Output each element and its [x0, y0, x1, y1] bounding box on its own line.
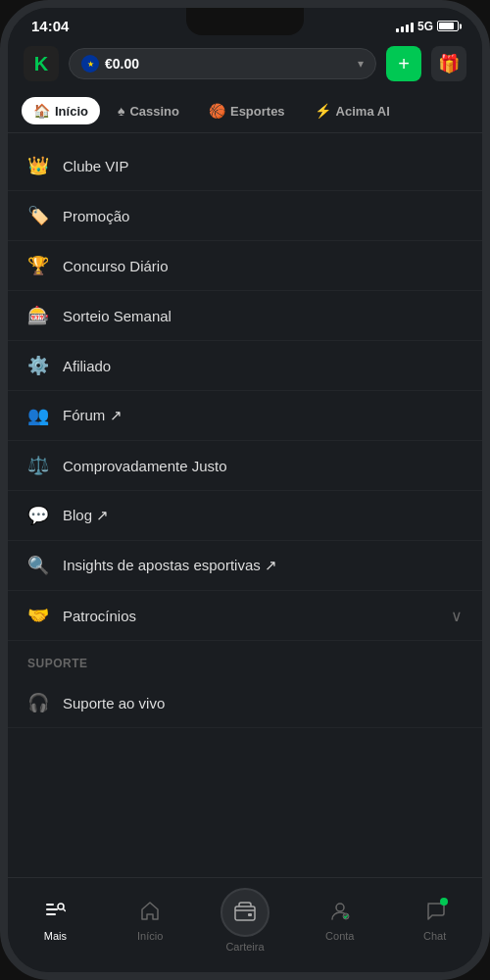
menu-item-clube-vip[interactable]: 👑 Clube VIP: [8, 141, 482, 191]
home-nav-icon: [139, 900, 161, 926]
gift-button[interactable]: 🎁: [431, 46, 466, 81]
chevron-down-icon: ▾: [358, 57, 364, 71]
menu-item-insights[interactable]: 🔍 Insights de apostas esportivas ↗: [8, 541, 482, 591]
menu-item-patrocinios[interactable]: 🤝 Patrocínios ∨: [8, 591, 482, 641]
clube-vip-label: Clube VIP: [63, 158, 463, 174]
menu-item-suporte-ao-vivo[interactable]: 🎧 Suporte ao vivo: [8, 678, 482, 728]
app-logo[interactable]: K: [24, 46, 59, 81]
logo-letter: K: [34, 53, 48, 75]
add-funds-button[interactable]: +: [386, 46, 421, 81]
inicio-nav-label: Início: [137, 930, 163, 942]
svg-rect-6: [248, 913, 252, 916]
fairness-icon: ⚖️: [27, 455, 49, 476]
menu-item-promocao[interactable]: 🏷️ Promoção: [8, 191, 482, 241]
chevron-down-icon: ∨: [451, 607, 463, 625]
sports-icon: 🏀: [209, 103, 225, 119]
menu-item-sorteio-semanal[interactable]: 🎰 Sorteio Semanal: [8, 291, 482, 341]
tab-esportes[interactable]: 🏀 Esportes: [197, 97, 297, 124]
conta-label: Conta: [325, 930, 354, 942]
notch: [186, 8, 304, 35]
blog-label: Blog ↗: [63, 507, 463, 524]
afiliado-label: Afiliado: [63, 358, 463, 374]
menu-item-comprovadamente-justo[interactable]: ⚖️ Comprovadamente Justo: [8, 441, 482, 491]
battery-icon: [437, 21, 459, 31]
tab-acima-label: Acima Al: [336, 104, 390, 119]
account-icon: [329, 900, 351, 926]
status-time: 14:04: [31, 18, 69, 34]
tab-esportes-label: Esportes: [230, 104, 285, 119]
menu-item-blog[interactable]: 💬 Blog ↗: [8, 491, 482, 541]
svg-rect-2: [46, 913, 56, 915]
casino-icon: ♠: [118, 103, 124, 119]
menu-item-forum[interactable]: 👥 Fórum ↗: [8, 391, 482, 441]
chat-label: Chat: [423, 930, 446, 942]
currency-flag-icon: ★: [81, 55, 99, 73]
tab-cassino-label: Cassino: [129, 104, 179, 119]
bottom-nav-chat[interactable]: Chat: [406, 900, 465, 942]
svg-rect-1: [46, 908, 58, 910]
insights-icon: 🔍: [27, 555, 49, 576]
svg-line-4: [64, 908, 66, 910]
promocao-label: Promoção: [63, 208, 463, 224]
status-icons: 5G: [396, 20, 459, 33]
lightning-icon: ⚡: [315, 103, 331, 119]
wallet-circle-icon: [220, 888, 270, 937]
tab-inicio-label: Início: [55, 104, 88, 119]
bottom-nav: Mais Início Carte: [8, 877, 482, 972]
lottery-icon: 🎰: [27, 305, 49, 326]
svg-rect-5: [235, 906, 255, 920]
balance-button[interactable]: ★ €0.00 ▾: [69, 48, 376, 79]
blog-icon: 💬: [27, 505, 49, 526]
insights-label: Insights de apostas esportivas ↗: [63, 557, 463, 574]
main-content: 👑 Clube VIP 🏷️ Promoção 🏆 Concurso Diári…: [8, 133, 482, 877]
mais-label: Mais: [44, 930, 67, 942]
network-type: 5G: [417, 20, 433, 33]
carteira-label: Carteira: [225, 941, 264, 953]
patrocinios-label: Patrocínios: [63, 608, 437, 624]
bottom-nav-carteira[interactable]: Carteira: [216, 888, 274, 953]
promo-icon: 🏷️: [27, 205, 49, 226]
sponsorship-icon: 🤝: [27, 605, 49, 626]
chat-icon: [424, 900, 446, 926]
balance-amount: €0.00: [105, 56, 139, 72]
concurso-diario-label: Concurso Diário: [63, 258, 463, 274]
bottom-nav-conta[interactable]: Conta: [311, 900, 369, 942]
bottom-nav-mais[interactable]: Mais: [25, 900, 84, 942]
phone-frame: 14:04 5G K ★ €0.00 ▾ + 🎁: [0, 0, 490, 980]
menu-list: 👑 Clube VIP 🏷️ Promoção 🏆 Concurso Diári…: [8, 133, 482, 736]
headset-icon: 🎧: [27, 692, 49, 713]
tab-acima[interactable]: ⚡ Acima Al: [303, 97, 402, 124]
signal-bars-icon: [396, 21, 414, 32]
header: K ★ €0.00 ▾ + 🎁: [8, 38, 482, 89]
crown-icon: 👑: [27, 155, 49, 176]
tab-inicio[interactable]: 🏠 Início: [22, 97, 100, 124]
trophy-icon: 🏆: [27, 255, 49, 276]
forum-icon: 👥: [27, 405, 49, 426]
affiliate-icon: ⚙️: [27, 355, 49, 376]
menu-item-concurso-diario[interactable]: 🏆 Concurso Diário: [8, 241, 482, 291]
support-section-label: Suporte: [8, 641, 482, 678]
comprovadamente-justo-label: Comprovadamente Justo: [63, 458, 463, 474]
forum-label: Fórum ↗: [63, 407, 463, 424]
gift-icon: 🎁: [438, 53, 460, 74]
search-list-icon: [44, 900, 66, 926]
menu-item-afiliado[interactable]: ⚙️ Afiliado: [8, 341, 482, 391]
bottom-nav-inicio[interactable]: Início: [121, 900, 179, 942]
sorteio-semanal-label: Sorteio Semanal: [63, 308, 463, 324]
svg-point-7: [336, 904, 344, 911]
nav-tabs: 🏠 Início ♠ Cassino 🏀 Esportes ⚡ Acima Al: [8, 89, 482, 133]
suporte-ao-vivo-label: Suporte ao vivo: [63, 695, 463, 711]
svg-rect-0: [46, 904, 54, 906]
tab-cassino[interactable]: ♠ Cassino: [106, 97, 191, 124]
home-icon: 🏠: [33, 103, 50, 119]
